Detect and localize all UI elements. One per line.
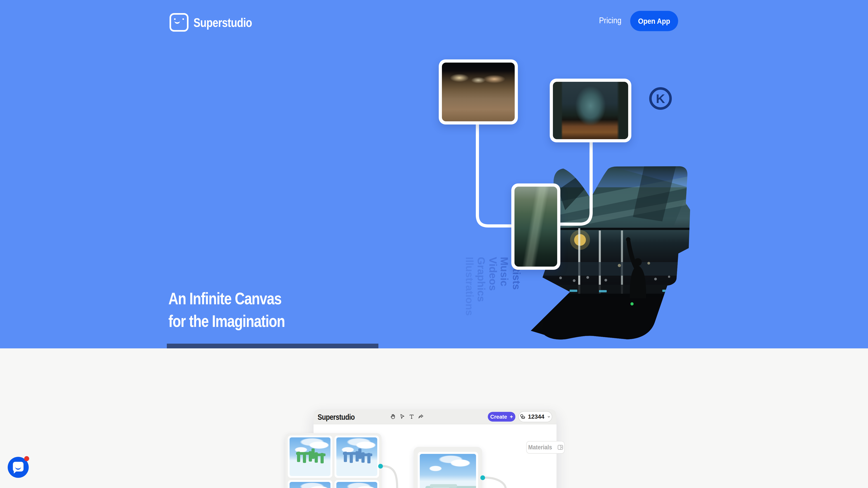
pale-stonehenge-image <box>420 454 476 488</box>
hand-tool-icon[interactable] <box>390 414 396 420</box>
open-app-label: Open App <box>638 17 670 26</box>
create-label: Create <box>490 414 507 420</box>
vertical-word-videos: Videos <box>487 257 499 291</box>
flooded-jungle-photo <box>515 187 557 267</box>
share-tool-icon[interactable] <box>418 414 424 420</box>
connector-handle-right[interactable] <box>480 475 485 480</box>
hero-footer-bar <box>167 344 378 348</box>
canvas-image-grid-card[interactable] <box>285 433 381 488</box>
credits-count: 12344 <box>528 413 544 420</box>
grid-cell-4[interactable] <box>335 480 379 488</box>
text-tool-icon[interactable] <box>408 414 415 420</box>
cursor-tool-icon[interactable] <box>399 414 405 420</box>
editor-toolbar: Superstudio Create + <box>313 410 557 424</box>
notification-dot <box>24 456 29 461</box>
grid-cell-3[interactable] <box>288 480 332 488</box>
sidebar-collapse-icon <box>557 444 564 451</box>
coins-icon <box>519 414 526 420</box>
create-plus-icon: + <box>510 414 513 420</box>
nav-pricing-link[interactable]: Pricing <box>599 16 621 25</box>
connector-handle-left[interactable] <box>378 464 383 468</box>
hero-heading: An Infinite Canvas for the Imagination <box>168 287 285 332</box>
sky-image-1 <box>289 482 331 488</box>
brand-wordmark: Superstudio <box>193 15 252 30</box>
concert-collage-image <box>0 0 868 348</box>
hero-heading-line1: An Infinite Canvas <box>168 287 285 310</box>
canvas-image-card[interactable] <box>414 447 482 488</box>
vertical-word-illustrations: Illustrations <box>463 257 475 316</box>
mall-corridor-photo <box>442 63 515 121</box>
hero-section: Illustrations Graphics Videos Music Arti… <box>0 0 868 348</box>
chevron-down-icon <box>546 414 551 419</box>
page: Illustrations Graphics Videos Music Arti… <box>0 0 868 488</box>
image-frame <box>418 452 478 488</box>
site-logo[interactable]: Superstudio <box>169 13 265 32</box>
grid-cell-1[interactable] <box>288 435 332 478</box>
node-connector-lines <box>0 0 868 348</box>
credits-pill[interactable]: 12344 <box>518 411 552 422</box>
gothic-castle-photo <box>553 82 628 139</box>
grid-cell-2[interactable] <box>335 435 379 478</box>
editor-brand-wordmark: Superstudio <box>318 413 355 422</box>
speech-bubble-icon <box>13 462 24 471</box>
smiley-logo-icon <box>169 13 188 32</box>
k-letter: K <box>656 91 665 106</box>
collage-card-jungle <box>511 184 560 270</box>
hero-heading-line2: for the Imagination <box>168 310 285 332</box>
sky-image-2 <box>336 482 377 488</box>
vertical-word-graphics: Graphics <box>475 257 487 302</box>
vertical-word-music: Music <box>498 257 510 286</box>
materials-panel-toggle[interactable]: Materials <box>526 441 565 454</box>
green-stonehenge-image <box>289 437 331 476</box>
blue-stonehenge-image <box>336 437 377 476</box>
open-app-button[interactable]: Open App <box>630 11 678 31</box>
tool-group <box>390 414 424 420</box>
collage-card-mall <box>439 59 518 125</box>
chat-launcher-button[interactable] <box>8 457 29 478</box>
k-partner-logo: K <box>649 87 672 110</box>
collage-card-gothic <box>550 78 631 142</box>
materials-label: Materials <box>528 444 552 451</box>
create-button[interactable]: Create + <box>488 412 515 422</box>
